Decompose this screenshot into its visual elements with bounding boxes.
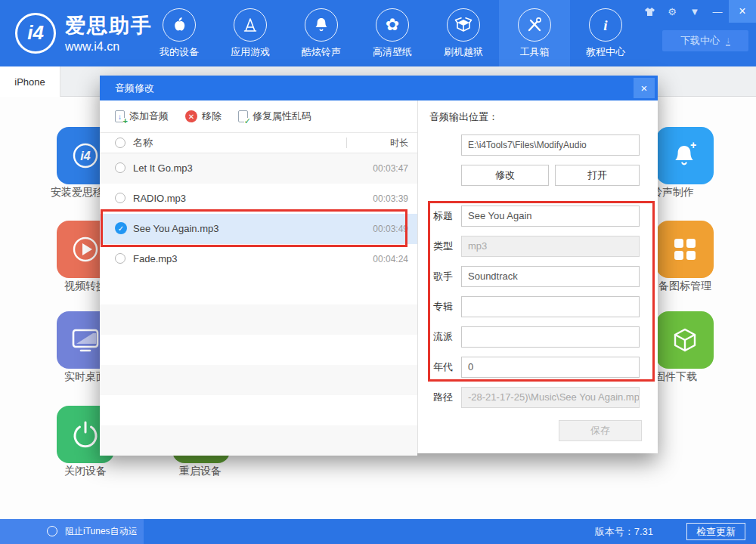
audio-list-empty-row <box>100 274 417 304</box>
dialog-title: 音频修改 <box>115 76 154 100</box>
bell-plus-icon[interactable]: + <box>656 127 714 184</box>
block-itunes-checkbox[interactable] <box>47 526 57 536</box>
download-center-button[interactable]: 下载中心 ↓ <box>662 30 748 51</box>
nav-label: 教程中心 <box>586 45 625 59</box>
fix-garbled-label: 修复属性乱码 <box>253 110 311 123</box>
tool-label[interactable]: 安装爱思移 <box>51 186 104 199</box>
nav-label: 应用游戏 <box>231 45 270 59</box>
audio-duration: 00:04:24 <box>373 244 408 274</box>
nav-item-6[interactable]: i 教程中心 <box>570 0 641 66</box>
tab-iphone[interactable]: iPhone <box>0 66 60 97</box>
nav-label: 高清壁纸 <box>373 45 412 59</box>
artist-field[interactable]: Soundtrack <box>461 266 640 287</box>
modify-button[interactable]: 修改 <box>461 165 549 186</box>
fix-garbled-button[interactable]: ✓ 修复属性乱码 <box>238 110 311 123</box>
close-icon[interactable]: × <box>729 0 756 23</box>
checked-checkbox-icon[interactable]: ✓ <box>115 222 127 234</box>
audio-duration: 00:03:49 <box>373 214 408 244</box>
row-checkbox[interactable] <box>115 193 125 203</box>
save-button[interactable]: 保存 <box>559 420 642 441</box>
nav-item-2[interactable]: 酷炫铃声 <box>286 0 357 66</box>
audio-list-header: 名称 时长 <box>100 132 417 153</box>
year-field[interactable]: 0 <box>461 357 640 378</box>
form-label: 流派 <box>433 326 453 348</box>
i4-logo-icon: i4 <box>15 13 56 54</box>
audio-list-empty-row <box>100 335 417 365</box>
tool-label[interactable]: 关闭设备 <box>64 465 107 478</box>
form-label: 标题 <box>433 206 453 227</box>
audio-list-empty-row <box>100 304 417 335</box>
audio-detail-panel: 音频输出位置： E:\i4Tools7\Files\ModifyAudio 修改… <box>417 100 658 453</box>
form-label: 专辑 <box>433 296 453 317</box>
tool-label[interactable]: 固件下载 <box>655 370 697 384</box>
svg-text:+: + <box>690 139 696 151</box>
row-checkbox[interactable] <box>115 162 125 173</box>
audio-duration: 00:03:47 <box>373 153 408 184</box>
column-duration: 时长 <box>390 133 408 153</box>
box-icon <box>447 8 480 42</box>
type-field: mp3 <box>461 236 640 257</box>
remove-button[interactable]: ✕ 移除 <box>185 110 222 123</box>
audio-list-row[interactable]: ✓ See You Again.mp3 00:03:49 <box>100 214 417 244</box>
form-row: 歌手 Soundtrack <box>417 266 658 287</box>
nav-label: 刷机越狱 <box>444 45 483 59</box>
brand-subtitle: www.i4.cn <box>65 40 153 54</box>
window-controls: ⚙▼—× <box>638 0 756 23</box>
audio-name: See You Again.mp3 <box>133 214 219 244</box>
nav-label: 工具箱 <box>520 45 550 59</box>
dialog-close-icon[interactable]: × <box>634 78 655 98</box>
output-path-field[interactable]: E:\i4Tools7\Files\ModifyAudio <box>461 134 640 156</box>
brand-title: 爱思助手 <box>65 12 153 39</box>
bell-icon <box>305 8 338 42</box>
collapse-icon[interactable]: ▼ <box>683 0 706 23</box>
column-divider <box>346 138 347 148</box>
form-label: 歌手 <box>433 266 453 287</box>
cube-icon[interactable] <box>656 311 714 369</box>
nav-item-1[interactable]: 应用游戏 <box>215 0 286 66</box>
nav-item-0[interactable]: 我的设备 <box>144 0 215 66</box>
title-field[interactable]: See You Again <box>461 206 640 227</box>
block-itunes-toggle[interactable]: 阻止iTunes自动运行 <box>0 519 144 544</box>
tool-label[interactable]: 重启设备 <box>179 465 222 478</box>
flower-icon: ✿ <box>376 8 409 42</box>
row-checkbox[interactable] <box>115 253 125 264</box>
apple-icon <box>163 8 196 42</box>
add-audio-icon: ↓+ <box>115 110 125 122</box>
main-nav: 我的设备 应用游戏 酷炫铃声✿ 高清壁纸 刷机越狱 工具箱i 教程中心 <box>144 0 641 66</box>
nav-item-4[interactable]: 刷机越狱 <box>428 0 499 66</box>
settings-icon[interactable]: ⚙ <box>661 0 683 23</box>
form-row: 流派 <box>417 326 658 348</box>
nav-item-3[interactable]: ✿ 高清壁纸 <box>357 0 428 66</box>
block-itunes-label: 阻止iTunes自动运行 <box>65 519 144 544</box>
nav-item-5[interactable]: 工具箱 <box>499 0 570 66</box>
album-field[interactable] <box>461 296 640 317</box>
select-all-checkbox[interactable] <box>115 138 125 148</box>
svg-text:i4: i4 <box>80 150 90 162</box>
add-audio-button[interactable]: ↓+ 添加音频 <box>115 110 169 123</box>
download-center-label: 下载中心 <box>680 34 720 48</box>
audio-list-row[interactable]: Let It Go.mp3 00:03:47 <box>100 153 417 184</box>
form-row: 标题 See You Again <box>417 206 658 227</box>
app-window: i4 爱思助手 www.i4.cn 我的设备 应用游戏 酷炫铃声✿ 高清壁纸 刷… <box>0 0 756 544</box>
brand-logo[interactable]: i4 爱思助手 www.i4.cn <box>15 12 153 54</box>
form-row: 年代 0 <box>417 357 658 378</box>
form-label: 年代 <box>433 357 453 378</box>
tool-label[interactable]: 备图标管理 <box>658 280 711 293</box>
check-update-button[interactable]: 检查更新 <box>686 523 745 540</box>
audio-list-row[interactable]: RADIO.mp3 00:03:39 <box>100 184 417 214</box>
skin-icon[interactable] <box>638 0 661 23</box>
form-row: 类型 mp3 <box>417 236 658 257</box>
column-name: 名称 <box>133 133 153 153</box>
grid-icon[interactable] <box>656 221 714 278</box>
form-label: 类型 <box>433 236 453 257</box>
remove-label: 移除 <box>202 110 222 123</box>
minimize-icon[interactable]: — <box>706 0 729 23</box>
version-label: 版本号：7.31 <box>595 519 653 544</box>
audio-list-empty-row <box>100 425 417 456</box>
open-button[interactable]: 打开 <box>555 165 640 186</box>
genre-field[interactable] <box>461 326 640 348</box>
tool-label[interactable]: 铃声制作 <box>652 186 694 199</box>
info-icon: i <box>589 8 622 42</box>
audio-list-row[interactable]: Fade.mp3 00:04:24 <box>100 244 417 274</box>
audio-duration: 00:03:39 <box>373 184 408 214</box>
